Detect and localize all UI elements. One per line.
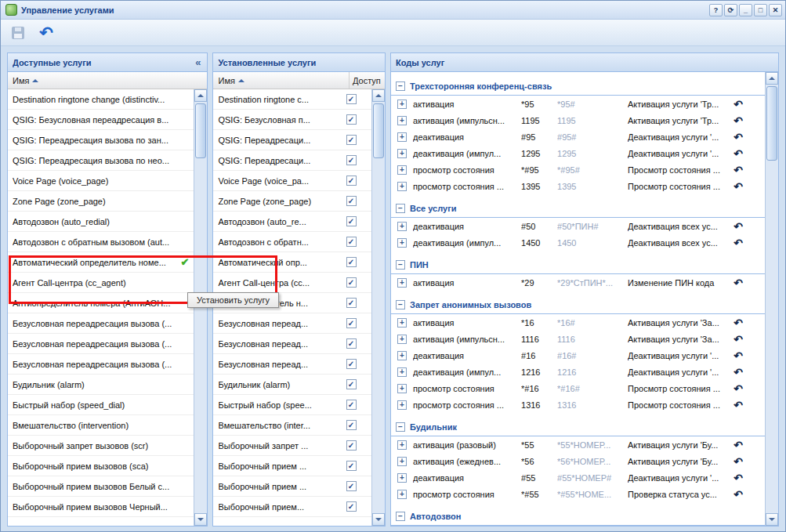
code-group-header[interactable]: − ПИН bbox=[391, 255, 765, 274]
collapse-group-icon[interactable]: − bbox=[396, 300, 405, 309]
maximize-button[interactable]: □ bbox=[754, 4, 767, 16]
installed-service-row[interactable]: Destination ringtone c... ✓ bbox=[213, 89, 371, 110]
code-row[interactable]: + активация *29 *29*СтПИН*... Изменение … bbox=[391, 274, 765, 291]
service-row[interactable]: Zone Page (zone_page) ✔ bbox=[8, 191, 194, 212]
column-name[interactable]: Имя bbox=[8, 72, 207, 89]
reset-code-button[interactable]: ↶ bbox=[733, 317, 743, 328]
installed-service-row[interactable]: Выборочный прием ... ✓ bbox=[213, 476, 371, 497]
installed-service-row[interactable]: Voice Page (voice_pa... ✓ bbox=[213, 171, 371, 191]
code-row[interactable]: + активация *16 *16# Активация услуги 'З… bbox=[391, 314, 765, 331]
code-group-header[interactable]: − Трехсторонняя конференц-связь bbox=[391, 77, 765, 96]
code-row[interactable]: + активация (разовый) *55 *55*НОМЕР... А… bbox=[391, 436, 765, 453]
scroll-up-button[interactable] bbox=[194, 89, 207, 102]
expand-row-icon[interactable]: + bbox=[397, 278, 407, 288]
collapse-group-icon[interactable]: − bbox=[396, 204, 405, 213]
service-row[interactable]: QSIG: Переадресация вызова по зан... ✔ bbox=[8, 130, 194, 150]
service-row[interactable]: Вмешательство (intervention) ✔ bbox=[8, 415, 194, 436]
service-row[interactable]: Выборочный прием вызовов Белый с... ✔ bbox=[8, 476, 194, 497]
access-checkbox[interactable]: ✓ bbox=[346, 114, 357, 125]
help-button[interactable]: ? bbox=[709, 4, 723, 16]
service-row[interactable]: Антиопределитель номера (АнтиАОН... ✔ bbox=[8, 293, 194, 313]
minimize-button[interactable]: _ bbox=[739, 4, 752, 16]
service-row[interactable]: Destination ringtone change (distinctiv.… bbox=[8, 89, 194, 110]
service-row[interactable]: Выборочный запрет вызовов (scr) ✔ bbox=[8, 436, 194, 456]
installed-service-row[interactable]: Автодозвон с обратн... ✓ bbox=[213, 232, 371, 252]
code-group-header[interactable]: − Все услуги bbox=[391, 199, 765, 218]
column-name[interactable]: Имя bbox=[213, 72, 349, 89]
access-checkbox[interactable]: ✓ bbox=[346, 135, 357, 145]
reset-code-button[interactable]: ↶ bbox=[733, 367, 743, 378]
reset-code-button[interactable]: ↶ bbox=[733, 115, 743, 126]
installed-service-row[interactable]: QSIG: Безусловная п... ✓ bbox=[213, 110, 371, 130]
installed-service-row[interactable]: Автодозвон (auto_re... ✓ bbox=[213, 212, 371, 232]
collapse-group-icon[interactable]: − bbox=[396, 81, 405, 91]
scroll-thumb[interactable] bbox=[766, 86, 777, 161]
expand-row-icon[interactable]: + bbox=[397, 457, 407, 466]
access-checkbox[interactable]: ✓ bbox=[346, 400, 357, 410]
service-row[interactable]: Безусловная переадресация вызова (... ✔ bbox=[8, 334, 194, 354]
code-row[interactable]: + просмотр состояния *#16 *#16# Просмотр… bbox=[391, 380, 765, 396]
column-access[interactable]: Доступ bbox=[349, 72, 385, 89]
code-row[interactable]: + просмотр состояния ... 1316 1316 Просм… bbox=[391, 396, 765, 413]
installed-service-row[interactable]: QSIG: Переадресаци... ✓ bbox=[213, 130, 371, 150]
access-checkbox[interactable]: ✓ bbox=[346, 298, 357, 308]
reset-code-button[interactable]: ↶ bbox=[733, 132, 743, 143]
access-checkbox[interactable]: ✓ bbox=[346, 257, 357, 267]
code-group-header[interactable]: − Запрет анонимных вызовов bbox=[391, 295, 765, 314]
close-button[interactable]: ✕ bbox=[769, 4, 782, 16]
code-group-header[interactable]: − Будильник bbox=[391, 418, 765, 436]
access-checkbox[interactable]: ✓ bbox=[346, 94, 357, 104]
collapse-group-icon[interactable]: − bbox=[396, 260, 405, 270]
reset-code-button[interactable]: ↶ bbox=[733, 383, 743, 394]
code-row[interactable]: + активация (ежеднев... *56 *56*НОМЕР...… bbox=[391, 453, 765, 469]
access-checkbox[interactable]: ✓ bbox=[346, 318, 357, 328]
installed-service-row[interactable]: QSIG: Переадресаци... ✓ bbox=[213, 150, 371, 171]
service-row[interactable]: Будильник (alarm) ✔ bbox=[8, 375, 194, 395]
grid-column-header[interactable]: Имя Доступ bbox=[213, 72, 385, 89]
save-button[interactable] bbox=[8, 23, 28, 43]
expand-row-icon[interactable]: + bbox=[397, 182, 407, 191]
service-row[interactable]: Выборочный прием вызовов (sca) ✔ bbox=[8, 456, 194, 476]
code-row[interactable]: + деактивация (импул... 1450 1450 Деакти… bbox=[391, 234, 765, 251]
reset-code-button[interactable]: ↶ bbox=[733, 350, 743, 361]
expand-row-icon[interactable]: + bbox=[397, 149, 407, 158]
scroll-down-button[interactable] bbox=[372, 513, 385, 526]
access-checkbox[interactable]: ✓ bbox=[346, 216, 357, 226]
access-checkbox[interactable]: ✓ bbox=[346, 338, 357, 349]
access-checkbox[interactable]: ✓ bbox=[346, 176, 357, 186]
expand-row-icon[interactable]: + bbox=[397, 473, 407, 483]
code-row[interactable]: + деактивация (импул... 1295 1295 Деакти… bbox=[391, 145, 765, 161]
service-row[interactable]: Выборочный прием вызовов Черный... ✔ bbox=[8, 497, 194, 517]
access-checkbox[interactable]: ✓ bbox=[346, 359, 357, 369]
service-row[interactable]: QSIG: Переадресация вызова по нео... ✔ bbox=[8, 150, 194, 171]
reset-code-button[interactable]: ↶ bbox=[733, 221, 743, 232]
reset-code-button[interactable]: ↶ bbox=[733, 99, 743, 110]
installed-service-row[interactable]: Выборочный прием ... ✓ bbox=[213, 456, 371, 476]
expand-row-icon[interactable]: + bbox=[397, 222, 407, 231]
installed-service-row[interactable]: Быстрый набор (spee... ✓ bbox=[213, 395, 371, 415]
reset-code-button[interactable]: ↶ bbox=[733, 456, 743, 467]
reset-code-button[interactable]: ↶ bbox=[733, 334, 743, 345]
installed-service-row[interactable]: Автоматический опр... ✓ bbox=[213, 252, 371, 273]
expand-row-icon[interactable]: + bbox=[397, 400, 407, 410]
expand-row-icon[interactable]: + bbox=[397, 351, 407, 360]
reset-code-button[interactable]: ↶ bbox=[733, 165, 743, 176]
installed-service-row[interactable]: Безусловная переад... ✓ bbox=[213, 334, 371, 354]
code-row[interactable]: + активация (импульсн... 1116 1116 Актив… bbox=[391, 331, 765, 347]
service-row[interactable]: QSIG: Безусловная переадресация в... ✔ bbox=[8, 110, 194, 130]
code-row[interactable]: + деактивация #55 #55*НОМЕР# Деактивация… bbox=[391, 469, 765, 486]
collapse-group-icon[interactable]: − bbox=[396, 512, 405, 521]
reset-code-button[interactable]: ↶ bbox=[733, 148, 743, 159]
access-checkbox[interactable]: ✓ bbox=[346, 481, 357, 491]
expand-row-icon[interactable]: + bbox=[397, 238, 407, 248]
code-row[interactable]: + просмотр состояния *#95 *#95# Просмотр… bbox=[391, 161, 765, 178]
access-checkbox[interactable]: ✓ bbox=[346, 461, 357, 471]
undo-button[interactable]: ↶ bbox=[36, 23, 56, 43]
titlebar[interactable]: Управление услугами ?⟳_□✕ bbox=[1, 1, 785, 20]
refresh-button[interactable]: ⟳ bbox=[724, 4, 737, 16]
reset-code-button[interactable]: ↶ bbox=[733, 237, 743, 248]
access-checkbox[interactable]: ✓ bbox=[346, 420, 357, 430]
service-row[interactable]: Voice Page (voice_page) ✔ bbox=[8, 171, 194, 191]
expand-row-icon[interactable]: + bbox=[397, 165, 407, 175]
service-row[interactable]: Автоматический определитель номе... ✔ bbox=[8, 252, 194, 273]
